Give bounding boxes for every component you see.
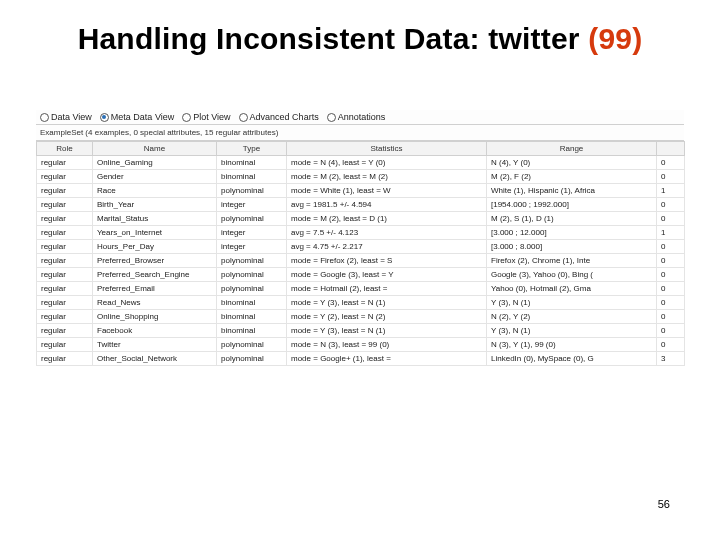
- page-number: 56: [658, 498, 670, 510]
- cell-type: polynominal: [217, 184, 287, 198]
- table-row[interactable]: regularHours_Per_Dayintegeravg = 4.75 +/…: [37, 240, 685, 254]
- cell-stats: mode = M (2), least = M (2): [287, 170, 487, 184]
- cell-role: regular: [37, 338, 93, 352]
- tab-meta-data-view[interactable]: Meta Data View: [100, 112, 174, 122]
- radio-icon: [40, 113, 49, 122]
- table-row[interactable]: regularPreferred_Emailpolynominalmode = …: [37, 282, 685, 296]
- title-main: Handling Inconsistent Data: twitter: [78, 22, 589, 55]
- cell-name: Marital_Status: [93, 212, 217, 226]
- table-row[interactable]: regularOther_Social_Networkpolynominalmo…: [37, 352, 685, 366]
- cell-name: Race: [93, 184, 217, 198]
- col-miss[interactable]: [657, 142, 685, 156]
- attributes-table: Role Name Type Statistics Range regularO…: [36, 141, 685, 366]
- cell-range: M (2), F (2): [487, 170, 657, 184]
- table-row[interactable]: regularOnline_Shoppingbinominalmode = Y …: [37, 310, 685, 324]
- table-row[interactable]: regularYears_on_Internetintegeravg = 7.5…: [37, 226, 685, 240]
- col-stats[interactable]: Statistics: [287, 142, 487, 156]
- cell-stats: mode = White (1), least = W: [287, 184, 487, 198]
- table-row[interactable]: regularTwitterpolynominalmode = N (3), l…: [37, 338, 685, 352]
- tab-plot-view[interactable]: Plot View: [182, 112, 230, 122]
- cell-stats: mode = Y (3), least = N (1): [287, 296, 487, 310]
- cell-stats: mode = Hotmail (2), least =: [287, 282, 487, 296]
- cell-role: regular: [37, 282, 93, 296]
- cell-name: Preferred_Email: [93, 282, 217, 296]
- col-name[interactable]: Name: [93, 142, 217, 156]
- col-type[interactable]: Type: [217, 142, 287, 156]
- cell-miss: 0: [657, 198, 685, 212]
- cell-name: Years_on_Internet: [93, 226, 217, 240]
- cell-stats: mode = Y (2), least = N (2): [287, 310, 487, 324]
- cell-stats: avg = 7.5 +/- 4.123: [287, 226, 487, 240]
- tab-label: Annotations: [338, 112, 386, 122]
- radio-icon: [327, 113, 336, 122]
- table-row[interactable]: regularFacebookbinominalmode = Y (3), le…: [37, 324, 685, 338]
- cell-stats: mode = Firefox (2), least = S: [287, 254, 487, 268]
- cell-miss: 0: [657, 310, 685, 324]
- slide: Handling Inconsistent Data: twitter (99)…: [0, 0, 720, 540]
- cell-name: Online_Shopping: [93, 310, 217, 324]
- cell-stats: avg = 1981.5 +/- 4.594: [287, 198, 487, 212]
- metadata-panel: Data View Meta Data View Plot View Advan…: [36, 110, 684, 366]
- cell-miss: 0: [657, 282, 685, 296]
- cell-type: integer: [217, 198, 287, 212]
- cell-type: polynominal: [217, 338, 287, 352]
- cell-range: LinkedIn (0), MySpace (0), G: [487, 352, 657, 366]
- cell-type: binominal: [217, 170, 287, 184]
- tab-label: Data View: [51, 112, 92, 122]
- col-role[interactable]: Role: [37, 142, 93, 156]
- cell-role: regular: [37, 352, 93, 366]
- cell-name: Twitter: [93, 338, 217, 352]
- title-accent: (99): [588, 22, 642, 55]
- cell-range: Y (3), N (1): [487, 296, 657, 310]
- table-row[interactable]: regularRacepolynominalmode = White (1), …: [37, 184, 685, 198]
- cell-type: polynominal: [217, 268, 287, 282]
- tab-label: Advanced Charts: [250, 112, 319, 122]
- cell-role: regular: [37, 226, 93, 240]
- cell-miss: 1: [657, 226, 685, 240]
- cell-stats: mode = Google+ (1), least =: [287, 352, 487, 366]
- cell-miss: 0: [657, 170, 685, 184]
- table-row[interactable]: regularPreferred_Browserpolynominalmode …: [37, 254, 685, 268]
- cell-miss: 3: [657, 352, 685, 366]
- cell-role: regular: [37, 184, 93, 198]
- cell-role: regular: [37, 254, 93, 268]
- cell-range: Y (3), N (1): [487, 324, 657, 338]
- cell-miss: 0: [657, 338, 685, 352]
- example-set-summary: ExampleSet (4 examples, 0 special attrib…: [36, 125, 684, 141]
- tab-label: Plot View: [193, 112, 230, 122]
- cell-miss: 0: [657, 296, 685, 310]
- cell-range: [1954.000 ; 1992.000]: [487, 198, 657, 212]
- table-row[interactable]: regularPreferred_Search_Enginepolynomina…: [37, 268, 685, 282]
- table-row[interactable]: regularOnline_Gamingbinominalmode = N (4…: [37, 156, 685, 170]
- view-tabs: Data View Meta Data View Plot View Advan…: [36, 110, 684, 125]
- cell-miss: 1: [657, 184, 685, 198]
- cell-miss: 0: [657, 212, 685, 226]
- table-header-row: Role Name Type Statistics Range: [37, 142, 685, 156]
- radio-icon: [182, 113, 191, 122]
- cell-miss: 0: [657, 240, 685, 254]
- table-row[interactable]: regularBirth_Yearintegeravg = 1981.5 +/-…: [37, 198, 685, 212]
- table-row[interactable]: regularRead_Newsbinominalmode = Y (3), l…: [37, 296, 685, 310]
- tab-data-view[interactable]: Data View: [40, 112, 92, 122]
- cell-range: Yahoo (0), Hotmail (2), Gma: [487, 282, 657, 296]
- cell-range: [3.000 ; 12.000]: [487, 226, 657, 240]
- table-row[interactable]: regularGenderbinominalmode = M (2), leas…: [37, 170, 685, 184]
- cell-name: Preferred_Search_Engine: [93, 268, 217, 282]
- tab-label: Meta Data View: [111, 112, 174, 122]
- table-row[interactable]: regularMarital_Statuspolynominalmode = M…: [37, 212, 685, 226]
- tab-advanced-charts[interactable]: Advanced Charts: [239, 112, 319, 122]
- cell-range: N (4), Y (0): [487, 156, 657, 170]
- cell-name: Birth_Year: [93, 198, 217, 212]
- cell-stats: mode = N (3), least = 99 (0): [287, 338, 487, 352]
- cell-role: regular: [37, 156, 93, 170]
- cell-stats: mode = Y (3), least = N (1): [287, 324, 487, 338]
- tab-annotations[interactable]: Annotations: [327, 112, 386, 122]
- cell-type: polynominal: [217, 212, 287, 226]
- cell-range: M (2), S (1), D (1): [487, 212, 657, 226]
- col-range[interactable]: Range: [487, 142, 657, 156]
- cell-name: Other_Social_Network: [93, 352, 217, 366]
- cell-role: regular: [37, 212, 93, 226]
- cell-range: Google (3), Yahoo (0), Bing (: [487, 268, 657, 282]
- cell-miss: 0: [657, 254, 685, 268]
- cell-miss: 0: [657, 156, 685, 170]
